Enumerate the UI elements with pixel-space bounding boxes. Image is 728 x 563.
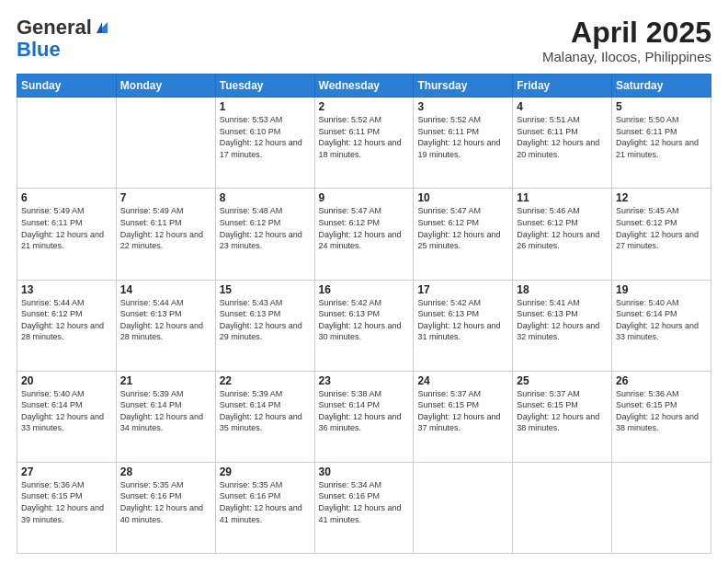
day-info: Sunrise: 5:48 AM Sunset: 6:12 PM Dayligh…: [220, 205, 311, 251]
table-row: [612, 462, 711, 553]
day-info: Sunrise: 5:41 AM Sunset: 6:13 PM Dayligh…: [517, 297, 608, 343]
title-block: April 2025 Malanay, Ilocos, Philippines: [542, 17, 711, 64]
table-row: 19Sunrise: 5:40 AM Sunset: 6:14 PM Dayli…: [612, 280, 711, 371]
day-number: 19: [616, 283, 707, 296]
day-number: 13: [21, 283, 112, 296]
calendar-week-row: 20Sunrise: 5:40 AM Sunset: 6:14 PM Dayli…: [17, 371, 711, 462]
logo-text: General: [17, 17, 92, 39]
day-info: Sunrise: 5:49 AM Sunset: 6:11 PM Dayligh…: [21, 205, 112, 251]
day-info: Sunrise: 5:34 AM Sunset: 6:16 PM Dayligh…: [319, 479, 410, 525]
day-number: 4: [517, 100, 608, 113]
table-row: 3Sunrise: 5:52 AM Sunset: 6:11 PM Daylig…: [414, 98, 513, 189]
svg-marker-1: [97, 22, 102, 33]
table-row: 22Sunrise: 5:39 AM Sunset: 6:14 PM Dayli…: [215, 371, 314, 462]
day-info: Sunrise: 5:36 AM Sunset: 6:15 PM Dayligh…: [616, 388, 707, 434]
table-row: 13Sunrise: 5:44 AM Sunset: 6:12 PM Dayli…: [17, 280, 117, 371]
table-row: 12Sunrise: 5:45 AM Sunset: 6:12 PM Dayli…: [612, 189, 711, 280]
day-number: 21: [120, 374, 211, 387]
table-row: 6Sunrise: 5:49 AM Sunset: 6:11 PM Daylig…: [17, 189, 117, 280]
day-number: 29: [220, 465, 311, 478]
calendar-header-row: Sunday Monday Tuesday Wednesday Thursday…: [17, 75, 711, 98]
day-number: 20: [21, 374, 112, 387]
day-info: Sunrise: 5:38 AM Sunset: 6:14 PM Dayligh…: [319, 388, 410, 434]
day-number: 2: [319, 100, 410, 113]
day-info: Sunrise: 5:37 AM Sunset: 6:15 PM Dayligh…: [417, 388, 508, 434]
day-number: 22: [220, 374, 311, 387]
day-info: Sunrise: 5:44 AM Sunset: 6:12 PM Dayligh…: [21, 297, 112, 343]
calendar-table: Sunday Monday Tuesday Wednesday Thursday…: [17, 74, 711, 554]
table-row: 26Sunrise: 5:36 AM Sunset: 6:15 PM Dayli…: [612, 371, 711, 462]
col-saturday: Saturday: [612, 75, 711, 98]
table-row: 4Sunrise: 5:51 AM Sunset: 6:11 PM Daylig…: [513, 98, 612, 189]
day-info: Sunrise: 5:47 AM Sunset: 6:12 PM Dayligh…: [319, 205, 410, 251]
table-row: 21Sunrise: 5:39 AM Sunset: 6:14 PM Dayli…: [116, 371, 215, 462]
day-number: 5: [616, 100, 707, 113]
logo-icon: [93, 18, 111, 37]
day-info: Sunrise: 5:40 AM Sunset: 6:14 PM Dayligh…: [616, 297, 707, 343]
day-info: Sunrise: 5:35 AM Sunset: 6:16 PM Dayligh…: [220, 479, 311, 525]
calendar-week-row: 1Sunrise: 5:53 AM Sunset: 6:10 PM Daylig…: [17, 98, 711, 189]
day-number: 15: [220, 283, 311, 296]
day-info: Sunrise: 5:52 AM Sunset: 6:11 PM Dayligh…: [319, 114, 410, 160]
day-number: 27: [21, 465, 112, 478]
table-row: [513, 462, 612, 553]
table-row: 25Sunrise: 5:37 AM Sunset: 6:15 PM Dayli…: [513, 371, 612, 462]
calendar-body: 1Sunrise: 5:53 AM Sunset: 6:10 PM Daylig…: [17, 98, 711, 554]
table-row: 8Sunrise: 5:48 AM Sunset: 6:12 PM Daylig…: [215, 189, 314, 280]
table-row: 30Sunrise: 5:34 AM Sunset: 6:16 PM Dayli…: [314, 462, 414, 553]
table-row: 9Sunrise: 5:47 AM Sunset: 6:12 PM Daylig…: [314, 189, 414, 280]
col-wednesday: Wednesday: [314, 75, 414, 98]
day-number: 12: [616, 191, 707, 204]
table-row: 23Sunrise: 5:38 AM Sunset: 6:14 PM Dayli…: [314, 371, 414, 462]
day-info: Sunrise: 5:42 AM Sunset: 6:13 PM Dayligh…: [417, 297, 508, 343]
day-info: Sunrise: 5:35 AM Sunset: 6:16 PM Dayligh…: [120, 479, 211, 525]
day-info: Sunrise: 5:45 AM Sunset: 6:12 PM Dayligh…: [616, 205, 707, 251]
day-number: 16: [319, 283, 410, 296]
table-row: [116, 98, 215, 189]
table-row: 20Sunrise: 5:40 AM Sunset: 6:14 PM Dayli…: [17, 371, 117, 462]
logo-general: General: [17, 16, 92, 39]
table-row: 11Sunrise: 5:46 AM Sunset: 6:12 PM Dayli…: [513, 189, 612, 280]
table-row: 14Sunrise: 5:44 AM Sunset: 6:13 PM Dayli…: [116, 280, 215, 371]
col-monday: Monday: [116, 75, 215, 98]
table-row: 2Sunrise: 5:52 AM Sunset: 6:11 PM Daylig…: [314, 98, 414, 189]
day-info: Sunrise: 5:40 AM Sunset: 6:14 PM Dayligh…: [21, 388, 112, 434]
col-sunday: Sunday: [17, 75, 117, 98]
table-row: 28Sunrise: 5:35 AM Sunset: 6:16 PM Dayli…: [116, 462, 215, 553]
day-number: 30: [319, 465, 410, 478]
day-number: 11: [517, 191, 608, 204]
day-info: Sunrise: 5:42 AM Sunset: 6:13 PM Dayligh…: [319, 297, 410, 343]
page: General Blue April 2025 Malanay, Ilocos,: [0, 0, 728, 563]
day-info: Sunrise: 5:43 AM Sunset: 6:13 PM Dayligh…: [220, 297, 311, 343]
day-info: Sunrise: 5:39 AM Sunset: 6:14 PM Dayligh…: [120, 388, 211, 434]
day-number: 17: [417, 283, 508, 296]
day-number: 18: [517, 283, 608, 296]
day-number: 7: [120, 191, 211, 204]
table-row: 15Sunrise: 5:43 AM Sunset: 6:13 PM Dayli…: [215, 280, 314, 371]
logo: General Blue: [17, 17, 112, 61]
col-friday: Friday: [513, 75, 612, 98]
day-number: 8: [220, 191, 311, 204]
day-info: Sunrise: 5:39 AM Sunset: 6:14 PM Dayligh…: [220, 388, 311, 434]
day-info: Sunrise: 5:49 AM Sunset: 6:11 PM Dayligh…: [120, 205, 211, 251]
table-row: 27Sunrise: 5:36 AM Sunset: 6:15 PM Dayli…: [17, 462, 117, 553]
table-row: 10Sunrise: 5:47 AM Sunset: 6:12 PM Dayli…: [414, 189, 513, 280]
day-info: Sunrise: 5:53 AM Sunset: 6:10 PM Dayligh…: [220, 114, 311, 160]
table-row: 29Sunrise: 5:35 AM Sunset: 6:16 PM Dayli…: [215, 462, 314, 553]
day-number: 3: [417, 100, 508, 113]
day-info: Sunrise: 5:37 AM Sunset: 6:15 PM Dayligh…: [517, 388, 608, 434]
day-info: Sunrise: 5:51 AM Sunset: 6:11 PM Dayligh…: [517, 114, 608, 160]
table-row: [414, 462, 513, 553]
day-number: 23: [319, 374, 410, 387]
calendar-week-row: 13Sunrise: 5:44 AM Sunset: 6:12 PM Dayli…: [17, 280, 711, 371]
table-row: 5Sunrise: 5:50 AM Sunset: 6:11 PM Daylig…: [612, 98, 711, 189]
day-info: Sunrise: 5:46 AM Sunset: 6:12 PM Dayligh…: [517, 205, 608, 251]
table-row: 18Sunrise: 5:41 AM Sunset: 6:13 PM Dayli…: [513, 280, 612, 371]
day-number: 25: [517, 374, 608, 387]
logo-blue: Blue: [17, 38, 61, 61]
table-row: [17, 98, 117, 189]
col-thursday: Thursday: [414, 75, 513, 98]
day-info: Sunrise: 5:50 AM Sunset: 6:11 PM Dayligh…: [616, 114, 707, 160]
logo-blue-text: Blue: [17, 38, 61, 61]
header: General Blue April 2025 Malanay, Ilocos,: [17, 17, 711, 64]
